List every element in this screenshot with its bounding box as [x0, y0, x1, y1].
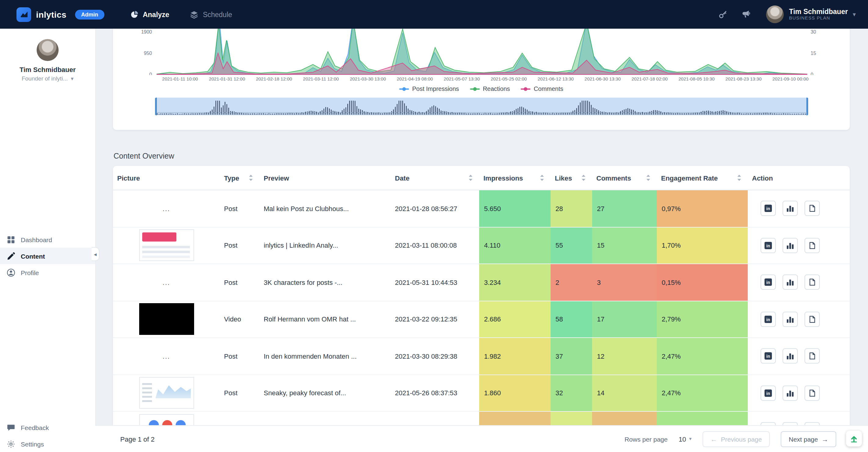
tab-schedule[interactable]: Schedule — [190, 10, 232, 19]
inlytics-logo-icon[interactable] — [17, 7, 31, 22]
legend-marker-icon — [470, 88, 480, 89]
tab-analyze[interactable]: Analyze — [130, 10, 169, 19]
next-page-button[interactable]: Next page → — [781, 431, 836, 447]
post-thumbnail[interactable] — [139, 230, 194, 261]
legend-item[interactable]: Post Impressions — [399, 86, 459, 92]
details-action-button[interactable] — [805, 201, 820, 216]
y-axis-left-label: 1900 — [141, 29, 152, 34]
brush-handle-right[interactable] — [806, 98, 808, 115]
column-header-comments[interactable]: Comments — [592, 166, 657, 190]
cell-comments: 17 — [592, 301, 657, 337]
statistics-action-button[interactable] — [782, 312, 798, 327]
sidebar-item-dashboard[interactable]: Dashboard — [0, 231, 95, 248]
brand-name[interactable]: inlytics — [36, 9, 66, 19]
cell-action: in — [748, 190, 850, 227]
x-axis-tick: 2021-05-07 13:30 — [444, 76, 480, 82]
column-header-likes[interactable]: Likes — [551, 166, 592, 190]
column-header-engagement-rate[interactable]: Engagement Rate — [657, 166, 748, 190]
sort-icon[interactable] — [539, 174, 545, 181]
user-menu-chevron-down-icon[interactable]: ▾ — [853, 11, 856, 18]
column-header-impressions[interactable]: Impressions — [479, 166, 551, 190]
sidebar-item-settings[interactable]: Settings — [0, 435, 95, 452]
details-action-button[interactable] — [805, 312, 820, 327]
chart-brush[interactable] — [155, 98, 808, 115]
no-picture-placeholder: ... — [163, 205, 170, 212]
post-thumbnail[interactable] — [139, 414, 194, 426]
profile-chevron-down-icon: ▾ — [71, 75, 73, 82]
post-thumbnail[interactable] — [139, 303, 194, 335]
brush-handle-left[interactable] — [155, 98, 157, 115]
svg-text:in: in — [766, 280, 770, 285]
cell-type: Post — [220, 375, 259, 411]
chat-widget-button[interactable] — [846, 431, 862, 447]
linkedin-action-button[interactable]: in — [761, 275, 776, 290]
statistics-action-button[interactable] — [782, 386, 798, 401]
user-info[interactable]: Tim Schmidbauer BUSINESS PLAN — [789, 8, 848, 21]
legend-item[interactable]: Comments — [521, 86, 563, 92]
cell-likes: 37 — [551, 338, 592, 374]
legend-label: Post Impressions — [412, 86, 459, 92]
table-footer: Page 1 of 2 Rows per page 10 ▾ ← Previou… — [95, 426, 868, 452]
sidebar-user-subtitle[interactable]: Founder of inlyti... ▾ — [0, 75, 95, 82]
statistics-action-button[interactable] — [782, 422, 798, 426]
cell-preview: Sneaky, peaky forecast of... — [259, 375, 391, 411]
column-header-type[interactable]: Type — [220, 166, 259, 190]
x-axis-tick: 2021-08-23 13:30 — [725, 76, 762, 82]
column-header-preview: Preview — [259, 166, 391, 190]
column-header-date[interactable]: Date — [391, 166, 479, 190]
sort-icon[interactable] — [468, 174, 473, 181]
sidebar-item-content[interactable]: Content — [0, 248, 95, 264]
linkedin-action-button[interactable]: in — [761, 312, 776, 327]
column-label: Type — [224, 174, 239, 182]
linkedin-action-button[interactable]: in — [761, 422, 776, 426]
sidebar-item-profile[interactable]: Profile — [0, 264, 95, 281]
cell-comments: 12 — [592, 338, 657, 374]
linkedin-action-button[interactable]: in — [761, 238, 776, 253]
previous-page-label: Previous page — [721, 435, 762, 443]
details-action-button[interactable] — [805, 275, 820, 290]
app: 0950190001530 2021-01-11 10:002021-01-31… — [0, 0, 868, 452]
cell-picture — [113, 412, 220, 426]
rows-per-page-select[interactable]: 10 ▾ — [679, 435, 691, 443]
previous-page-button[interactable]: ← Previous page — [703, 431, 770, 447]
linkedin-action-button[interactable]: in — [761, 201, 776, 216]
sort-icon[interactable] — [646, 174, 651, 181]
cell-date: 2021-03-22 09:12:35 — [391, 301, 479, 337]
sort-icon[interactable] — [737, 174, 742, 181]
user-avatar[interactable] — [766, 5, 783, 23]
statistics-action-button[interactable] — [782, 275, 798, 290]
cell-engagement: 2,47% — [657, 338, 748, 374]
cell-impressions: 2.686 — [479, 301, 551, 337]
cell-action: in — [748, 338, 850, 374]
column-label: Likes — [555, 174, 572, 182]
sidebar-item-label: Content — [21, 252, 45, 260]
details-action-button[interactable] — [805, 386, 820, 401]
cell-action: in — [748, 227, 850, 263]
sidebar-avatar[interactable] — [37, 39, 59, 61]
linkedin-action-button[interactable]: in — [761, 349, 776, 364]
content-pencil-icon — [7, 252, 15, 260]
sort-icon[interactable] — [248, 174, 253, 181]
sidebar-user-name: Tim Schmidbauer — [0, 66, 95, 73]
linkedin-action-button[interactable]: in — [761, 386, 776, 401]
legend-item[interactable]: Reactions — [470, 86, 510, 92]
sort-icon[interactable] — [581, 174, 586, 181]
statistics-action-button[interactable] — [782, 349, 798, 364]
statistics-action-button[interactable] — [782, 238, 798, 253]
sidebar-footer-nav: Feedback Settings — [0, 419, 95, 452]
sidebar-item-feedback[interactable]: Feedback — [0, 419, 95, 435]
announcements-megaphone-icon[interactable] — [741, 9, 751, 19]
details-action-button[interactable] — [805, 349, 820, 364]
post-thumbnail[interactable] — [139, 377, 194, 409]
x-axis-tick: 2021-03-30 13:00 — [350, 76, 386, 82]
cell-type: Post — [220, 264, 259, 300]
api-key-icon[interactable] — [718, 9, 728, 19]
cell-preview: Mal kein Post zu Clubhous... — [259, 190, 391, 227]
cell-comments: 15 — [592, 227, 657, 263]
details-action-button[interactable] — [805, 422, 820, 426]
statistics-action-button[interactable] — [782, 201, 798, 216]
sidebar-collapse-button[interactable]: ◂ — [92, 247, 99, 261]
cell-picture: ... — [113, 190, 220, 227]
cell-date: 2021-03-30 08:29:38 — [391, 338, 479, 374]
details-action-button[interactable] — [805, 238, 820, 253]
